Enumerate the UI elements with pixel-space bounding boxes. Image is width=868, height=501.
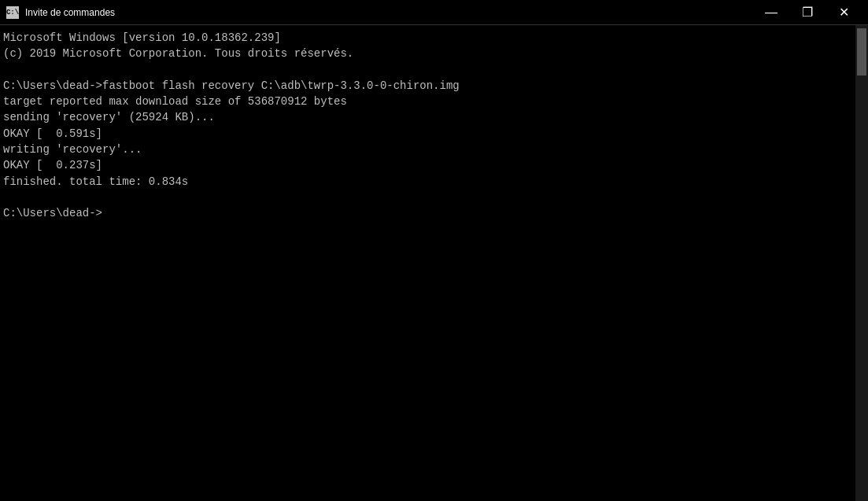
scrollbar[interactable] <box>855 25 868 501</box>
window-controls: — ❐ ✕ <box>753 0 862 25</box>
close-button[interactable]: ✕ <box>826 0 862 25</box>
restore-button[interactable]: ❐ <box>789 0 826 25</box>
window: C:\ Invite de commandes — ❐ ✕ Microsoft … <box>0 0 868 501</box>
window-title: Invite de commandes <box>25 7 753 18</box>
app-icon: C:\ <box>6 6 19 19</box>
terminal-window: Microsoft Windows [version 10.0.18362.23… <box>0 25 868 501</box>
scrollbar-thumb[interactable] <box>857 28 866 76</box>
titlebar: C:\ Invite de commandes — ❐ ✕ <box>0 0 868 25</box>
terminal-output[interactable]: Microsoft Windows [version 10.0.18362.23… <box>0 25 855 501</box>
minimize-button[interactable]: — <box>753 0 789 25</box>
